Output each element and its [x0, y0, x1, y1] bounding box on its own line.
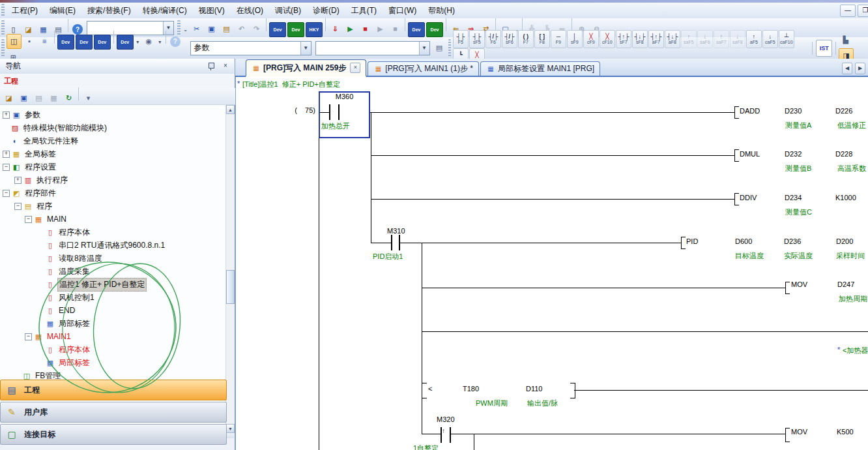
fkey-button[interactable]: ╳cF9	[583, 30, 599, 48]
operand[interactable]: D200	[836, 237, 853, 245]
tree-expander[interactable]	[38, 295, 44, 301]
tab-scroll-left-icon[interactable]: ◀	[842, 63, 852, 74]
redo-icon[interactable]: ↷	[250, 22, 263, 36]
tree-expander[interactable]: −	[25, 333, 32, 340]
toolbar-grip[interactable]	[1, 39, 5, 56]
close-icon[interactable]: ×	[350, 63, 360, 73]
instruction-mov[interactable]: MOV	[791, 428, 807, 436]
menu-item[interactable]: 帮助(H)	[422, 4, 461, 17]
fkey-button[interactable]: ┴caF10	[779, 30, 794, 48]
tree-expander[interactable]: +	[3, 112, 10, 119]
tree-expander[interactable]	[14, 373, 20, 379]
toolbar-grip[interactable]	[1, 20, 5, 35]
fkey-button[interactable]: │sF9	[567, 30, 583, 48]
scroll-up-icon[interactable]: ▲	[226, 105, 235, 114]
fkey-button[interactable]: ↓caF5	[762, 30, 778, 48]
scrollbar-thumb[interactable]	[226, 270, 235, 304]
menu-item[interactable]: 诊断(D)	[307, 4, 345, 17]
instruction-mov[interactable]: MOV	[791, 280, 807, 288]
tree-row[interactable]: + ▣ 参数	[0, 108, 225, 121]
value-combobox[interactable]: ▼	[315, 41, 430, 55]
intelligent-module-icon[interactable]: ▪	[23, 35, 36, 48]
watch-stop-icon[interactable]: ■	[388, 22, 402, 35]
device-search-combobox[interactable]: 参数▼	[190, 41, 311, 55]
fkey-button[interactable]: ↓saF6	[697, 30, 713, 48]
data-property-icon[interactable]: ▦	[47, 91, 61, 105]
paste-data-icon[interactable]: ▤	[32, 91, 46, 105]
device-comment-icon[interactable]: Dev	[57, 35, 74, 50]
tree-expander[interactable]	[38, 347, 44, 353]
tree-row[interactable]: ▯ 温度采集	[0, 265, 225, 278]
dropdown-arrow-icon[interactable]: ▾	[157, 35, 163, 49]
contact-device-m310[interactable]: M310	[387, 227, 405, 235]
tree-row[interactable]: + ▥ 执行程序	[0, 173, 225, 187]
restore-button[interactable]: ❐	[858, 5, 868, 17]
tree-expander[interactable]	[38, 256, 44, 262]
menu-item[interactable]: 转换/编译(C)	[137, 4, 193, 17]
tab-main-prg[interactable]: ▦ [PRG]写入 MAIN 259步 ×	[246, 59, 366, 77]
fkey-button[interactable]: ┤↑├sF7	[616, 30, 631, 48]
tree-row[interactable]: − ◩ 程序部件	[0, 187, 225, 200]
tree-expander[interactable]	[38, 230, 44, 235]
menu-item[interactable]: 工程(P)	[6, 4, 44, 17]
tab-local-label-main1[interactable]: ▦ 局部标签设置 MAIN1 [PRG]	[480, 61, 600, 76]
tab-scroll-right-icon[interactable]: ▶	[855, 63, 865, 74]
operand[interactable]: T180	[463, 385, 479, 393]
inline-structured-text-button[interactable]: IST	[816, 40, 832, 57]
contact-device-m320[interactable]: M320	[437, 415, 455, 423]
tree-expander[interactable]	[38, 282, 44, 288]
sort-icon[interactable]: ▾	[81, 91, 95, 105]
fkey-button[interactable]: ↑saF5	[681, 30, 697, 48]
operand[interactable]: D232	[785, 150, 802, 158]
tree-expander[interactable]	[3, 125, 8, 131]
tree-row[interactable]: − ▤ 程序	[0, 200, 225, 213]
menu-item[interactable]: 视图(V)	[193, 4, 231, 17]
fkey-button[interactable]: ─F9	[551, 30, 566, 48]
dropdown-arrow-icon[interactable]: ▾	[135, 35, 141, 49]
operand[interactable]: D236	[784, 237, 801, 245]
tree-row[interactable]: ▯ 风机控制1	[0, 291, 225, 304]
menu-item[interactable]: 在线(O)	[231, 4, 269, 17]
menu-item[interactable]: 工具(T)	[345, 4, 383, 17]
fkey-button[interactable]: ( )F7	[518, 30, 534, 48]
fkey-button[interactable]: ┤↑├aF7	[648, 30, 664, 48]
cross-reference-icon[interactable]: ◉	[142, 35, 156, 48]
chevron-down-icon[interactable]: ▼	[300, 42, 311, 55]
tree-row[interactable]: ▦ 局部标签	[0, 356, 225, 369]
fkey-button[interactable]: ┤↓├sF8	[632, 30, 648, 48]
fkey-button[interactable]: ┤/├sF6	[502, 30, 517, 48]
document-search-icon[interactable]: ▤	[433, 41, 446, 55]
connection-destination-button[interactable]: ▢ 连接目标	[0, 424, 227, 445]
tree-row[interactable]: ▯ 程序本体	[0, 226, 225, 239]
ladder-block-icon[interactable]: ▙	[839, 33, 852, 47]
tree-expander[interactable]: −	[3, 190, 10, 197]
device-display-icon[interactable]: Dev	[117, 35, 134, 50]
minimize-button[interactable]: —	[840, 5, 856, 17]
contact-device-m360[interactable]: M360	[319, 93, 370, 100]
chevron-down-icon[interactable]: ▼	[419, 42, 429, 55]
operand[interactable]: K500	[837, 428, 854, 436]
fkey-button[interactable]: ┤/├F6	[485, 30, 501, 48]
operand[interactable]: D110	[526, 385, 542, 393]
tree-row[interactable]: ▯ 串口2 RTU通讯格式9600.8.n.1	[0, 239, 225, 252]
monitor-start-icon[interactable]: ▶	[343, 22, 357, 36]
tree-scrollbar[interactable]: ▲ ▼	[225, 105, 235, 433]
fkey-button[interactable]: ↑saF7	[714, 30, 729, 48]
scroll-down-icon[interactable]: ▼	[226, 424, 235, 433]
operand[interactable]: K1000	[835, 194, 856, 202]
tree-row[interactable]: ▯ 温控1 修正+ PID+自整定	[0, 278, 225, 291]
tree-expander[interactable]	[38, 360, 44, 366]
tree-row[interactable]: ▯ END	[0, 304, 225, 317]
tree-expander[interactable]	[38, 321, 44, 327]
fkey-button[interactable]: ┤↓├aF8	[665, 30, 680, 48]
tree-row[interactable]: − ▦ MAIN1	[0, 330, 225, 343]
monitor-find-icon[interactable]: Dev	[287, 22, 304, 37]
tree-expander[interactable]: −	[25, 216, 32, 223]
operand[interactable]: D234	[785, 194, 802, 202]
tree-expander[interactable]	[38, 243, 44, 248]
pin-icon[interactable]	[205, 61, 217, 72]
tree-row[interactable]: − ◧ 程序设置	[0, 160, 225, 173]
watch-start-icon[interactable]: ▶	[373, 22, 387, 36]
operand[interactable]: D230	[785, 107, 802, 115]
user-library-button[interactable]: ✎ 用户库	[0, 402, 227, 423]
